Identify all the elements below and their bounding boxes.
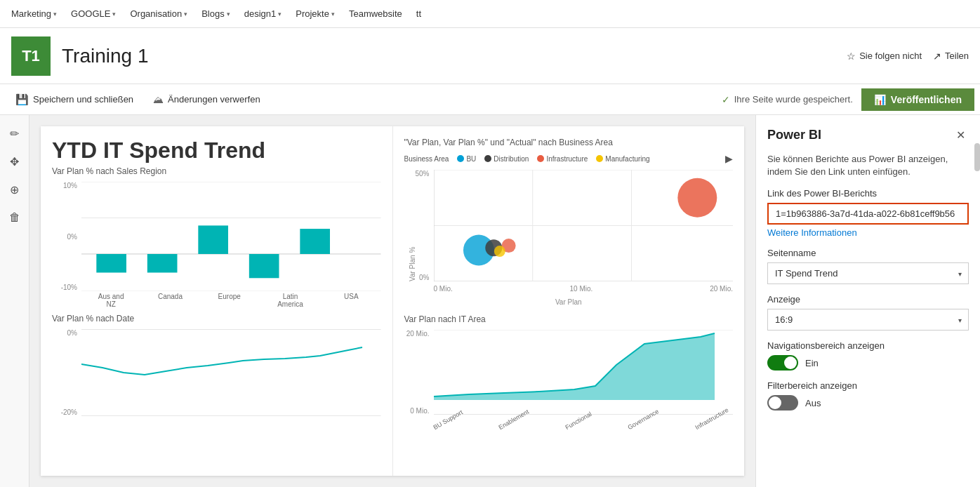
svg-rect-8 (300, 229, 330, 254)
nav-label-marketing: Marketing (11, 8, 51, 19)
bubble-chart-svg (434, 170, 734, 281)
nav-toggle-value: Ein (805, 358, 819, 368)
scroll-indicator (974, 143, 980, 171)
nav-item-teamwebsite[interactable]: Teamwebsite (343, 6, 408, 22)
chart-right: "Var Plan, Var Plan %" und "Actual" nach… (393, 126, 745, 476)
nav-toggle-label: Navigationsbereich anzeigen (767, 340, 969, 351)
chevron-down-icon: ▾ (112, 11, 116, 18)
line-chart-area (81, 329, 381, 416)
chevron-down-icon: ▾ (278, 11, 282, 18)
discard-label: Änderungen verwerfen (168, 94, 260, 105)
toolbar: 💾 Speichern und schließen ⛰ Änderungen v… (0, 84, 980, 115)
nav-item-google[interactable]: GOOGLE ▾ (65, 6, 121, 22)
svg-point-20 (494, 246, 505, 257)
bar-chart-area (81, 182, 381, 291)
bar-chart-title: Var Plan % nach Sales Region (52, 166, 381, 176)
bubble-x-labels: 0 Mio. 10 Mio. 20 Mio. (434, 285, 734, 293)
close-button[interactable]: ✕ (952, 126, 969, 143)
follow-button[interactable]: ☆ Sie folgen nicht (847, 51, 922, 62)
infrastructure-dot (537, 155, 544, 162)
distribution-label: Distribution (494, 155, 529, 163)
nav-item-design1[interactable]: design1 ▾ (239, 6, 288, 22)
line-chart-title: Var Plan % nach Date (52, 314, 381, 323)
saved-status: ✓ Ihre Seite wurde gespeichert. (713, 94, 861, 105)
legend-infrastructure: Infrastructure (537, 155, 588, 163)
nav-item-organisation[interactable]: Organisation ▾ (124, 6, 193, 22)
save-icon: 💾 (15, 93, 29, 106)
saved-label: Ihre Seite wurde gespeichert. (734, 94, 853, 105)
page-name-label: Seitenname (767, 248, 969, 258)
display-label: Anzeige (767, 294, 969, 305)
bubble-y-axis-label: Var Plan % (409, 247, 416, 281)
bubble-legend-ba-label: Business Area (404, 155, 449, 163)
page-name-select[interactable]: IT Spend Trend (767, 262, 969, 284)
report-title: YTD IT Spend Trend (52, 138, 381, 164)
content-area: YTD IT Spend Trend Var Plan % nach Sales… (29, 115, 755, 487)
bu-label: BU (466, 155, 476, 163)
bu-dot (457, 155, 464, 162)
manufacturing-label: Manufacturing (605, 155, 649, 163)
discard-icon: ⛰ (153, 93, 164, 105)
share-label: Teilen (945, 51, 969, 61)
report-inner: YTD IT Spend Trend Var Plan % nach Sales… (41, 126, 744, 476)
display-select-wrapper: 16:9 4:3 Fit to Window ▾ (767, 309, 969, 331)
left-sidebar: ✏ ✥ ⊕ 🗑 (0, 115, 29, 487)
nav-item-blogs[interactable]: Blogs ▾ (196, 6, 236, 22)
bar-x-labels: Aus and NZ Canada Europe Latin America U… (81, 293, 381, 308)
filter-toggle-label: Filterbereich anzeigen (767, 380, 969, 391)
svg-rect-7 (249, 254, 279, 278)
main-layout: ✏ ✥ ⊕ 🗑 YTD IT Spend Trend Var Plan % na… (0, 115, 980, 487)
toggle-knob (784, 356, 797, 369)
area-chart-svg (434, 330, 734, 415)
move-tool[interactable]: ✥ (2, 149, 27, 174)
more-info-link[interactable]: Weitere Informationen (767, 227, 969, 238)
line-y-labels: 0% -20% (52, 329, 77, 416)
nav-label-teamwebsite: Teamwebsite (349, 8, 402, 19)
add-tool[interactable]: ⊕ (2, 177, 27, 202)
power-bi-panel: Power BI ✕ Sie können Berichte aus Power… (755, 115, 980, 487)
nav-item-marketing[interactable]: Marketing ▾ (6, 6, 62, 22)
nav-label-google: GOOGLE (71, 8, 110, 19)
nav-label-tt: tt (416, 8, 421, 19)
publish-label: Veröffentlichen (891, 94, 962, 105)
save-label: Speichern und schließen (33, 94, 133, 105)
delete-tool[interactable]: 🗑 (2, 205, 27, 230)
line-chart: 0% -20% (52, 329, 381, 427)
page-title: Training 1 (62, 45, 148, 67)
chevron-down-icon: ▾ (184, 11, 187, 18)
distribution-dot (484, 155, 491, 162)
nav-item-tt[interactable]: tt (411, 6, 427, 22)
legend-bu: BU (457, 155, 476, 163)
nav-label-design1: design1 (244, 8, 277, 19)
save-close-button[interactable]: 💾 Speichern und schließen (6, 89, 143, 110)
link-field-label: Link des Power BI-Berichts (767, 188, 969, 199)
discard-button[interactable]: ⛰ Änderungen verwerfen (143, 89, 270, 109)
svg-point-21 (677, 178, 717, 218)
bar-chart: 10% 0% -10% (52, 182, 381, 308)
nav-item-projekte[interactable]: Projekte ▾ (290, 6, 340, 22)
link-input[interactable] (767, 203, 969, 225)
area-x-labels: BU Support Enablement Functional Governa… (434, 425, 734, 432)
share-button[interactable]: ↗ Teilen (933, 51, 969, 62)
bubble-chart: 50% 0% Var Plan % (404, 170, 734, 293)
filter-toggle[interactable] (767, 395, 798, 411)
area-chart: 20 Mio. 0 Mio. (404, 330, 734, 432)
panel-title: Power BI (767, 128, 821, 142)
bubble-chart-title: "Var Plan, Var Plan %" und "Actual" nach… (404, 138, 734, 147)
bar-y-labels: 10% 0% -10% (52, 182, 77, 291)
edit-tool[interactable]: ✏ (2, 121, 27, 146)
nav-toggle[interactable] (767, 355, 798, 371)
svg-rect-6 (198, 225, 228, 254)
filter-toggle-row: Aus (767, 395, 969, 411)
display-select[interactable]: 16:9 4:3 Fit to Window (767, 309, 969, 331)
bubble-more-icon[interactable]: ▶ (725, 153, 733, 164)
chart-left: YTD IT Spend Trend Var Plan % nach Sales… (41, 126, 393, 476)
nav-label-blogs: Blogs (201, 8, 225, 19)
bubble-y-label: Var Plan % (409, 170, 416, 281)
nav-label-projekte: Projekte (296, 8, 329, 19)
top-navigation: Marketing ▾ GOOGLE ▾ Organisation ▾ Blog… (0, 0, 980, 28)
page-icon: T1 (11, 36, 51, 76)
svg-rect-5 (147, 254, 178, 273)
publish-button[interactable]: 📊 Veröffentlichen (861, 88, 974, 111)
filter-toggle-value: Aus (805, 398, 821, 408)
